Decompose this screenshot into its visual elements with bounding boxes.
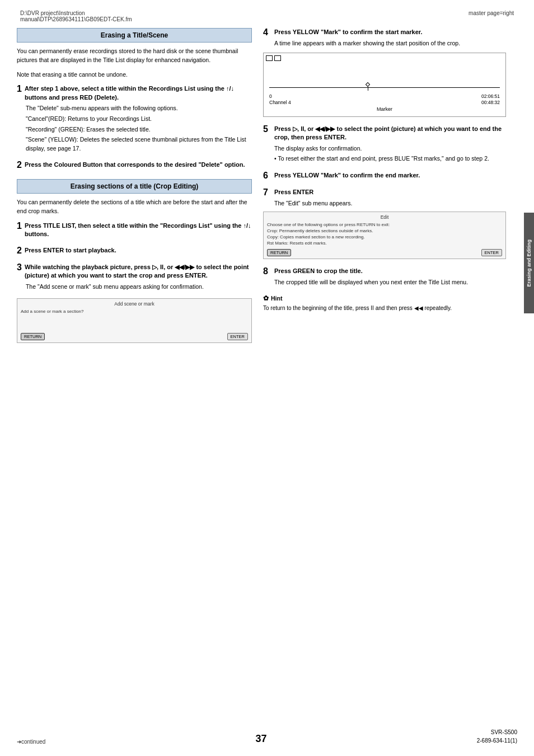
right-step-5: 5 Press ▷, II, or ◀◀/▶▶ to select the po… [263,125,506,163]
crop-step-2-content: Press ENTER to start playback. [25,246,252,257]
section-header-crop: Erasing sections of a title (Crop Editin… [17,179,252,194]
hint-icon: ✿ [263,294,269,302]
right-step-4-title: Press YELLOW "Mark" to confirm the start… [274,28,423,36]
right-step-4: 4 Press YELLOW "Mark" to confirm the sta… [263,28,506,117]
side-tab-label: Erasing and Editing [526,240,532,287]
mini-ui-2-btn-return: RETURN [267,249,291,256]
right-step-7-header: 7 Press ENTER [263,188,506,197]
header-left-line1: D:\DVR project\Instruction [20,10,132,16]
timeline-channel: Channel 4 00:48:32 [269,100,500,105]
right-step-8-header: 8 Press GREEN to crop the title. [263,267,506,276]
marker-label: Marker [269,106,500,112]
timeline-labels: 0 02:06:51 [269,93,500,99]
crop-step-3-body: The "Add scene or mark" sub menu appears… [25,283,252,292]
right-column: 4 Press YELLOW "Mark" to confirm the sta… [263,28,517,346]
mini-ui-2-buttons: RETURN ENTER [267,249,502,256]
right-step-6-title: Press YELLOW "Mark" to confirm the end m… [274,171,420,180]
hint-body: To return to the beginning of the title,… [263,304,506,312]
mini-ui-2-line4: Rst Marks: Resets edit marks. [267,240,502,246]
timeline-marker [366,83,369,91]
crop-step-number-3: 3 [17,263,22,272]
right-step-5-body1: The display asks for confirmation. [263,144,506,153]
footer-model: SVR-S500 2-689-634-11(1) [477,728,517,745]
timeline-image: 0 02:06:51 Channel 4 00:48:32 Marker [266,55,503,114]
timeline-start: 0 [269,93,272,99]
footer-page-number: 37 [256,733,267,745]
timeline-bar [269,65,500,93]
mini-ui-1-btn-enter: ENTER [227,333,248,340]
crop-step-1-content: Press TITLE LIST, then select a title wi… [25,222,252,241]
right-step-8-title: Press GREEN to crop the title. [274,267,363,275]
right-step-6-header: 6 Press YELLOW "Mark" to confirm the end… [263,171,506,180]
footer-model-line1: SVR-S500 [477,728,517,736]
crop-step-2-title: Press ENTER to start playback. [25,246,252,255]
right-step-5-header: 5 Press ▷, II, or ◀◀/▶▶ to select the po… [263,125,506,142]
right-step-4-body: A time line appears with a marker showin… [263,39,506,48]
crop-step-3: 3 While watching the playback picture, p… [17,263,252,293]
side-tab: Erasing and Editing [524,213,534,313]
right-step-number-6: 6 [263,171,272,180]
page-footer: ➜continued 37 SVR-S500 2-689-634-11(1) [0,728,534,745]
crop-step-1: 1 Press TITLE LIST, then select a title … [17,222,252,241]
left-column: Erasing a Title/Scene You can permanentl… [17,28,252,346]
crop-step-2: 2 Press ENTER to start playback. [17,246,252,257]
tv-icon [266,55,503,61]
right-step-4-header: 4 Press YELLOW "Mark" to confirm the sta… [263,28,506,37]
tv-square-1 [266,55,273,61]
main-content: Erasing a Title/Scene You can permanentl… [0,28,534,346]
crop-step-3-title: While watching the playback picture, pre… [25,263,252,280]
mini-ui-2-btn-enter: ENTER [481,249,502,256]
header-right: master page=right [469,10,514,22]
crop-intro: You can permanently delete the sections … [17,198,252,216]
step-number-1: 1 [17,84,22,93]
step-number-2: 2 [17,161,22,170]
right-step-5-body2: • To reset either the start and end poin… [263,154,506,163]
crop-step-number-2: 2 [17,246,22,255]
erase-title-intro: You can permanently erase recordings sto… [17,47,252,65]
right-step-6: 6 Press YELLOW "Mark" to confirm the end… [263,171,506,180]
tv-square-2 [274,55,281,61]
channel-label: Channel 4 [269,100,291,105]
mini-ui-box-2: Edit Choose one of the following options… [263,212,506,259]
timeline-end-time: 02:06:51 [481,93,500,99]
mini-ui-box-1: Add scene or mark Add a scene or mark a … [17,298,252,342]
section-header-erase-title: Erasing a Title/Scene [17,28,252,43]
hint-box: ✿ Hint To return to the beginning of the… [263,294,506,312]
right-step-8-body: The cropped title will be displayed when… [263,278,506,287]
erase-title-intro2: Note that erasing a title cannot be undo… [17,71,252,79]
crop-step-1-title: Press TITLE LIST, then select a title wi… [25,222,252,239]
page-container: Erasing and Editing D:\DVR project\Instr… [0,0,534,756]
erase-step-2: 2 Press the Coloured Button that corresp… [17,161,252,171]
step-2-content: Press the Coloured Button that correspon… [25,161,252,171]
mini-ui-1-btn-return: RETURN [21,333,45,340]
step-1-title: After step 1 above, select a title withi… [25,84,252,102]
right-step-number-4: 4 [263,28,272,37]
right-step-number-7: 7 [263,188,272,197]
right-step-number-5: 5 [263,125,272,134]
header-left: D:\DVR project\Instruction manual\DTP\26… [20,10,132,22]
timeline-line [269,87,500,88]
crop-step-3-content: While watching the playback picture, pre… [25,263,252,293]
mini-ui-2-line3: Copy: Copies marked section to a new rec… [267,234,502,240]
mini-ui-1-line1: Add a scene or mark a section? [21,308,248,314]
page-header: D:\DVR project\Instruction manual\DTP\26… [0,0,534,28]
channel-time: 00:48:32 [481,100,500,105]
mini-ui-2-line1: Choose one of the following options or p… [267,222,502,228]
timeline-container: 0 02:06:51 Channel 4 00:48:32 Marker [266,63,503,114]
erase-step-1: 1 After step 1 above, select a title wit… [17,84,252,155]
header-left-line2: manual\DTP\2689634111\GB09EDT-CEK.fm [20,16,132,22]
step-2-title: Press the Coloured Button that correspon… [25,161,252,169]
step-1-body: The "Delete" sub-menu appears with the f… [25,104,252,153]
crop-step-number-1: 1 [17,222,22,231]
step-1-content: After step 1 above, select a title withi… [25,84,252,155]
right-step-5-title: Press ▷, II, or ◀◀/▶▶ to select the poin… [274,125,506,142]
footer-continued: ➜continued [17,739,45,745]
timeline-image-box: 0 02:06:51 Channel 4 00:48:32 Marker [263,53,506,117]
hint-title: ✿ Hint [263,294,506,302]
mini-ui-1-buttons: RETURN ENTER [21,333,248,340]
mini-ui-1-title: Add scene or mark [21,301,248,307]
right-step-8: 8 Press GREEN to crop the title. The cro… [263,267,506,287]
mini-ui-2-line2: Crop: Permanently deletes sections outsi… [267,228,502,234]
footer-model-line2: 2-689-634-11(1) [477,736,517,745]
marker-diamond [366,82,370,87]
